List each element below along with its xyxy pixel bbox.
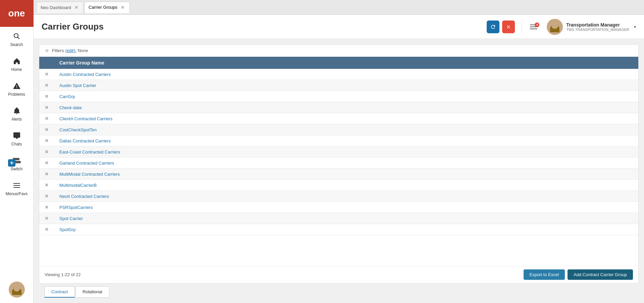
row-name-cell: Spot Carrier	[54, 213, 638, 224]
add-contract-carrier-group-button[interactable]: Add Contract Carrier Group	[568, 269, 633, 280]
user-role: TMS.TRANSPORTATION_MANAGER	[566, 28, 629, 32]
avatar	[547, 19, 563, 35]
row-delete-cell: ✕	[39, 91, 54, 102]
filters-edit-link[interactable]: (edit):	[65, 48, 76, 53]
carrier-group-link[interactable]: Dallas Contracted Carriers	[59, 138, 111, 143]
row-delete-icon[interactable]: ✕	[45, 216, 49, 221]
table-row[interactable]: ✕ Austin Spot Carrier	[39, 80, 638, 91]
app-logo[interactable]: one	[0, 0, 34, 27]
close-button[interactable]	[502, 20, 515, 33]
sidebar-item-avatar[interactable]	[0, 277, 33, 303]
bell-icon	[12, 106, 21, 116]
row-delete-icon[interactable]: ✕	[45, 171, 49, 177]
table-row[interactable]: ✕ MultimodalCarrierB	[39, 180, 638, 191]
sidebar-item-search[interactable]: Search	[0, 27, 33, 52]
sidebar: one Search Home Problems	[0, 0, 34, 303]
carrier-group-link[interactable]: PSRSpotCarriers	[59, 205, 93, 210]
carrier-group-link[interactable]: Austin Spot Carrier	[59, 83, 96, 88]
carrier-group-link[interactable]: CostCheckSpotTen	[59, 127, 97, 132]
sidebar-item-home[interactable]: Home	[0, 52, 33, 77]
row-delete-icon[interactable]: ✕	[45, 160, 49, 166]
row-delete-cell: ✕	[39, 124, 54, 135]
header-actions: Transportation Manager TMS.TRANSPORTATIO…	[487, 19, 636, 35]
row-delete-cell: ✕	[39, 146, 54, 158]
table-row[interactable]: ✕ NeoIt Contracted Carriers	[39, 191, 638, 202]
tab-carrier-groups-label: Carrier Groups	[89, 5, 117, 10]
sidebar-item-switch[interactable]: Switch	[0, 151, 33, 176]
row-delete-icon[interactable]: ✕	[45, 116, 49, 121]
row-delete-icon[interactable]: ✕	[45, 94, 49, 99]
export-excel-button[interactable]: Export to Excel	[524, 269, 565, 280]
carrier-group-link[interactable]: Garland Contracted Carriers	[59, 161, 114, 166]
row-delete-cell: ✕	[39, 180, 54, 191]
search-icon	[12, 32, 21, 41]
carrier-group-link[interactable]: SpotGrp	[59, 227, 75, 232]
row-name-cell: Dallas Contracted Carriers	[54, 135, 638, 146]
row-name-cell: ClientA Contracted Carriers	[54, 113, 638, 124]
user-profile[interactable]: Transportation Manager TMS.TRANSPORTATIO…	[547, 19, 636, 35]
refresh-button[interactable]	[487, 20, 499, 33]
row-name-cell: Check-data	[54, 102, 638, 113]
carrier-group-link[interactable]: CarrGrp	[59, 94, 75, 99]
sidebar-item-chats[interactable]: Chats	[0, 126, 33, 151]
row-delete-cell: ✕	[39, 135, 54, 146]
row-delete-icon[interactable]: ✕	[45, 127, 49, 132]
row-delete-cell: ✕	[39, 169, 54, 180]
sidebar-item-problems[interactable]: Problems	[0, 77, 33, 101]
carrier-group-link[interactable]: East-Coast Contracted Carriers	[59, 149, 120, 155]
menu-button[interactable]	[529, 23, 539, 31]
carrier-group-link[interactable]: ClientA Contracted Carriers	[59, 116, 112, 121]
table-row[interactable]: ✕ PSRSpotCarriers	[39, 202, 638, 213]
row-delete-cell: ✕	[39, 102, 54, 113]
table-row[interactable]: ✕ ClientA Contracted Carriers	[39, 113, 638, 124]
table-row[interactable]: ✕ CarrGrp	[39, 91, 638, 102]
table-row[interactable]: ✕ Dallas Contracted Carriers	[39, 135, 638, 146]
carrier-group-link[interactable]: NeoIt Contracted Carriers	[59, 194, 109, 199]
tab-rotational[interactable]: Rotational	[75, 286, 109, 298]
profile-chevron-icon: ▾	[634, 25, 636, 29]
carrier-group-link[interactable]: Austin Contracted Carriers	[59, 72, 111, 77]
table-row[interactable]: ✕ Spot Carrier	[39, 213, 638, 224]
tab-neo-dashboard[interactable]: Neo Dashboard ✕	[36, 2, 84, 13]
table-row[interactable]: ✕ MultiModal Contracted Carriers	[39, 169, 638, 180]
tab-contract-label: Contract	[51, 289, 68, 294]
carrier-group-link[interactable]: Spot Carrier	[59, 216, 83, 221]
content-area: Filters (edit): None Carrier Group Name	[34, 39, 644, 303]
tab-neo-dashboard-close[interactable]: ✕	[74, 5, 79, 10]
filters-bar: Filters (edit): None	[39, 45, 638, 57]
table-row[interactable]: ✕ East-Coast Contracted Carriers	[39, 146, 638, 158]
row-name-cell: MultiModal Contracted Carriers	[54, 169, 638, 180]
row-delete-cell: ✕	[39, 69, 54, 80]
row-delete-icon[interactable]: ✕	[45, 149, 49, 155]
table-row[interactable]: ✕ Garland Contracted Carriers	[39, 158, 638, 169]
row-name-cell: Austin Contracted Carriers	[54, 69, 638, 80]
sidebar-item-menus[interactable]: Menus/Favs	[0, 176, 33, 201]
table-row[interactable]: ✕ SpotGrp	[39, 224, 638, 235]
table-row[interactable]: ✕ Austin Contracted Carriers	[39, 69, 638, 80]
row-delete-icon[interactable]: ✕	[45, 182, 49, 188]
table-col-action	[39, 57, 54, 69]
row-delete-icon[interactable]: ✕	[45, 193, 49, 199]
tab-carrier-groups-close[interactable]: ✕	[120, 5, 125, 10]
carrier-group-link[interactable]: MultimodalCarrierB	[59, 183, 97, 188]
row-delete-icon[interactable]: ✕	[45, 105, 49, 110]
row-delete-icon[interactable]: ✕	[45, 83, 49, 88]
tab-carrier-groups[interactable]: Carrier Groups ✕	[84, 2, 130, 13]
row-delete-cell: ✕	[39, 213, 54, 224]
row-delete-icon[interactable]: ✕	[45, 227, 49, 232]
row-delete-icon[interactable]: ✕	[45, 205, 49, 210]
carrier-group-link[interactable]: MultiModal Contracted Carriers	[59, 172, 120, 177]
tab-contract[interactable]: Contract	[44, 286, 75, 298]
row-delete-icon[interactable]: ✕	[45, 72, 49, 77]
row-name-cell: NeoIt Contracted Carriers	[54, 191, 638, 202]
carrier-group-link[interactable]: Check-data	[59, 105, 82, 110]
table-row[interactable]: ✕ CostCheckSpotTen	[39, 124, 638, 135]
sidebar-item-alerts[interactable]: Alerts	[0, 101, 33, 126]
sidebar-label-menus: Menus/Favs	[6, 191, 28, 196]
table-row[interactable]: ✕ Check-data	[39, 102, 638, 113]
sidebar-label-switch: Switch	[11, 167, 22, 171]
row-delete-icon[interactable]: ✕	[45, 138, 49, 143]
row-delete-cell: ✕	[39, 80, 54, 91]
main-card: Filters (edit): None Carrier Group Name	[39, 44, 639, 284]
bottom-avatar	[9, 282, 25, 298]
